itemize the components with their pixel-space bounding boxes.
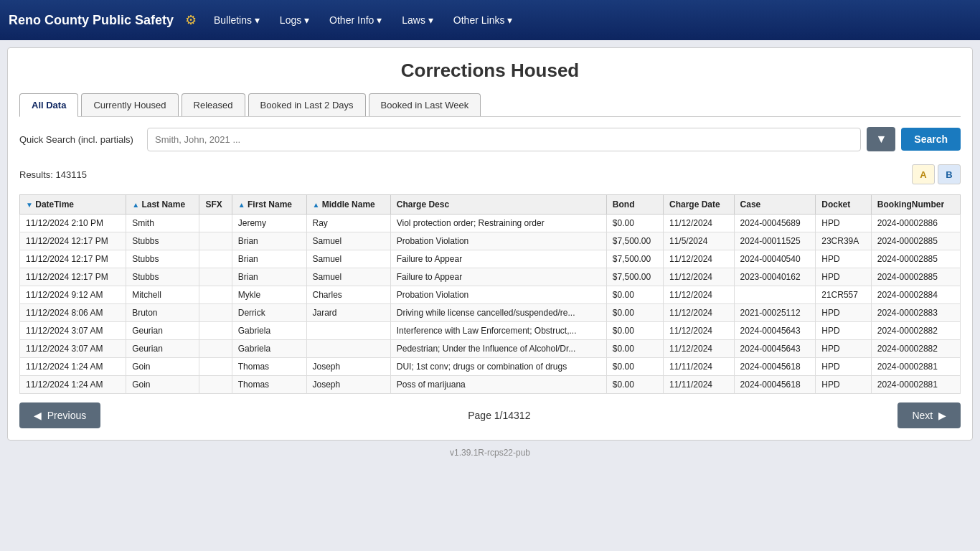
data-table: ▼ DateTime ▲ Last Name SFX ▲ First Name … <box>19 194 961 394</box>
cell-case: 2024-00045618 <box>734 376 816 394</box>
nav-item-other-info[interactable]: Other Info ▾ <box>321 9 390 32</box>
cell-sfx <box>199 376 232 394</box>
cell-bond: $7,500.00 <box>606 268 663 286</box>
cell-bond: $0.00 <box>606 340 663 358</box>
cell-datetime: 11/12/2024 3:07 AM <box>20 322 126 340</box>
cell-case: 2023-00040162 <box>734 268 816 286</box>
cell-case: 2024-00040540 <box>734 250 816 268</box>
cell-datetime: 11/12/2024 9:12 AM <box>20 286 126 304</box>
results-count: Results: 143115 <box>19 169 87 180</box>
cell-firstname: Brian <box>232 268 306 286</box>
cell-docket: HPD <box>816 322 872 340</box>
table-row[interactable]: 11/12/2024 9:12 AMMitchellMykleCharlesPr… <box>20 286 961 304</box>
search-row: Quick Search (incl. partials) ▼ Search <box>19 127 961 151</box>
cell-docket: HPD <box>816 304 872 322</box>
cell-firstname: Brian <box>232 232 306 250</box>
cell-datetime: 11/12/2024 3:07 AM <box>20 340 126 358</box>
previous-button[interactable]: ◀ Previous <box>19 402 100 428</box>
cell-bookingnumber: 2024-00002882 <box>871 322 960 340</box>
cell-chargedesc: Poss of marijuana <box>390 376 606 394</box>
search-button[interactable]: Search <box>901 128 961 151</box>
cell-chargedesc: Interference with Law Enforcement; Obstr… <box>390 322 606 340</box>
cell-bookingnumber: 2024-00002885 <box>871 232 960 250</box>
pagination-row: ◀ Previous Page 1/14312 Next ▶ <box>19 402 961 428</box>
cell-datetime: 11/12/2024 12:17 PM <box>20 250 126 268</box>
cell-chargedate: 11/12/2024 <box>663 286 734 304</box>
nav-item-other-links[interactable]: Other Links ▾ <box>445 9 521 32</box>
table-row[interactable]: 11/12/2024 1:24 AMGoinThomasJosephDUI; 1… <box>20 358 961 376</box>
cell-lastname: Stubbs <box>126 232 199 250</box>
cell-sfx <box>199 232 232 250</box>
cell-bookingnumber: 2024-00002881 <box>871 376 960 394</box>
table-row[interactable]: 11/12/2024 12:17 PMStubbsBrianSamuelProb… <box>20 232 961 250</box>
cell-lastname: Stubbs <box>126 268 199 286</box>
cell-bond: $0.00 <box>606 376 663 394</box>
export-excel-button[interactable]: B <box>938 164 961 184</box>
tab-booked-last-2[interactable]: Booked in Last 2 Days <box>248 93 366 116</box>
table-row[interactable]: 11/12/2024 8:06 AMBrutonDerrickJarardDri… <box>20 304 961 322</box>
cell-bond: $0.00 <box>606 358 663 376</box>
col-middlename[interactable]: ▲ Middle Name <box>306 195 390 215</box>
table-row[interactable]: 11/12/2024 12:17 PMStubbsBrianSamuelFail… <box>20 268 961 286</box>
cell-bookingnumber: 2024-00002882 <box>871 340 960 358</box>
table-row[interactable]: 11/12/2024 1:24 AMGoinThomasJosephPoss o… <box>20 376 961 394</box>
cell-chargedesc: Probation Violation <box>390 286 606 304</box>
table-row[interactable]: 11/12/2024 3:07 AMGeurianGabrielaInterfe… <box>20 322 961 340</box>
cell-bond: $0.00 <box>606 286 663 304</box>
tab-all-data[interactable]: All Data <box>19 93 78 117</box>
cell-datetime: 11/12/2024 8:06 AM <box>20 304 126 322</box>
tab-booked-last-week[interactable]: Booked in Last Week <box>369 93 481 116</box>
search-input[interactable] <box>147 128 861 151</box>
nav-item-laws[interactable]: Laws ▾ <box>393 9 442 32</box>
cell-firstname: Thomas <box>232 376 306 394</box>
cell-firstname: Gabriela <box>232 322 306 340</box>
gear-icon: ⚙ <box>185 12 197 28</box>
nav-item-logs[interactable]: Logs ▾ <box>271 9 318 32</box>
tab-currently-housed[interactable]: Currently Housed <box>81 93 178 116</box>
table-header-row: ▼ DateTime ▲ Last Name SFX ▲ First Name … <box>20 195 961 215</box>
version-footer: v1.39.1R-rcps22-pub <box>0 448 980 458</box>
cell-chargedesc: Failure to Appear <box>390 268 606 286</box>
cell-lastname: Geurian <box>126 340 199 358</box>
cell-sfx <box>199 340 232 358</box>
app-brand: Reno County Public Safety <box>9 13 174 28</box>
filter-button[interactable]: ▼ <box>867 127 895 151</box>
cell-lastname: Mitchell <box>126 286 199 304</box>
tab-released[interactable]: Released <box>182 93 245 116</box>
col-datetime[interactable]: ▼ DateTime <box>20 195 126 215</box>
cell-lastname: Bruton <box>126 304 199 322</box>
cell-case: 2024-00045643 <box>734 340 816 358</box>
cell-middlename: Ray <box>306 215 390 232</box>
cell-chargedate: 11/5/2024 <box>663 232 734 250</box>
col-firstname[interactable]: ▲ First Name <box>232 195 306 215</box>
cell-chargedate: 11/12/2024 <box>663 304 734 322</box>
table-row[interactable]: 11/12/2024 3:07 AMGeurianGabrielaPedestr… <box>20 340 961 358</box>
cell-docket: HPD <box>816 376 872 394</box>
cell-datetime: 11/12/2024 2:10 PM <box>20 215 126 232</box>
cell-lastname: Geurian <box>126 322 199 340</box>
cell-sfx <box>199 286 232 304</box>
cell-case: 2024-00045618 <box>734 358 816 376</box>
cell-middlename: Samuel <box>306 250 390 268</box>
col-case: Case <box>734 195 816 215</box>
cell-chargedesc: Driving while license cancelled/suspende… <box>390 304 606 322</box>
cell-chargedate: 11/11/2024 <box>663 358 734 376</box>
cell-lastname: Smith <box>126 215 199 232</box>
nav-item-bulletins[interactable]: Bulletins ▾ <box>205 9 268 32</box>
cell-chargedate: 11/12/2024 <box>663 340 734 358</box>
cell-sfx <box>199 304 232 322</box>
cell-sfx <box>199 322 232 340</box>
col-lastname[interactable]: ▲ Last Name <box>126 195 199 215</box>
cell-docket: HPD <box>816 340 872 358</box>
cell-chargedesc: Viol protection order; Restraining order <box>390 215 606 232</box>
cell-bond: $0.00 <box>606 304 663 322</box>
cell-chargedate: 11/12/2024 <box>663 322 734 340</box>
export-csv-button[interactable]: A <box>912 164 935 184</box>
table-row[interactable]: 11/12/2024 12:17 PMStubbsBrianSamuelFail… <box>20 250 961 268</box>
cell-chargedate: 11/12/2024 <box>663 215 734 232</box>
cell-firstname: Brian <box>232 250 306 268</box>
cell-bond: $0.00 <box>606 215 663 232</box>
cell-datetime: 11/12/2024 1:24 AM <box>20 358 126 376</box>
table-row[interactable]: 11/12/2024 2:10 PMSmithJeremyRayViol pro… <box>20 215 961 232</box>
next-button[interactable]: Next ▶ <box>897 402 961 428</box>
